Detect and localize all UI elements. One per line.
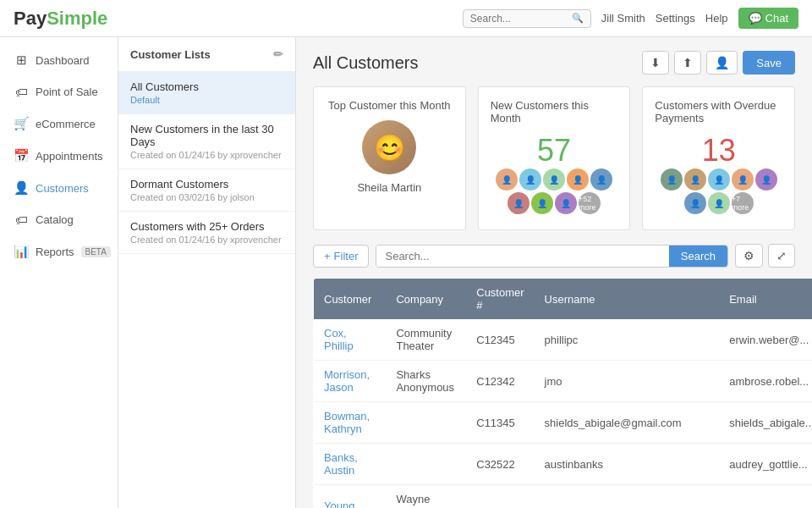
customer-search-input[interactable] — [376, 246, 668, 267]
table-row: Banks, Austin C32522 austinbanks audrey_… — [314, 444, 813, 485]
mini-avatar: 👤 — [708, 192, 730, 214]
company-cell: Sharks Anonymous — [386, 361, 466, 402]
top-customer-name: Sheila Martin — [357, 181, 421, 194]
dashboard-icon: ⊞ — [14, 52, 29, 68]
customer-lists-panel: Customer Lists ✏ All Customers Default N… — [118, 37, 296, 508]
sidebar-item-reports[interactable]: 📊 Reports BETA — [0, 235, 118, 268]
table-header-row: Customer Company Customer # Username Ema… — [314, 279, 813, 320]
lists-panel-title: Customer Lists — [130, 48, 211, 61]
col-company: Company — [386, 279, 466, 320]
overdue-title: Customers with Overdue Payments — [655, 99, 782, 124]
user-add-button[interactable]: 👤 — [706, 51, 738, 75]
list-item-all[interactable]: All Customers Default — [118, 72, 295, 114]
email-cell: audrey_gottlie... — [719, 444, 812, 485]
col-username: Username — [535, 279, 720, 320]
filter-button[interactable]: + Filter — [313, 245, 369, 268]
nav-help[interactable]: Help — [705, 12, 728, 25]
new-customers-number: 57 — [537, 133, 571, 168]
list-name-25plus: Customers with 25+ Orders — [130, 220, 283, 233]
list-name-new30: New Customers in the last 30 Days — [130, 123, 283, 148]
top-customer-title: Top Customer this Month — [328, 99, 451, 112]
stat-card-overdue: Customers with Overdue Payments 13 👤 👤 👤… — [642, 86, 795, 230]
customer-name-cell[interactable]: Banks, Austin — [314, 444, 387, 485]
list-created-dormant: Created on 03/02/16 by jolson — [130, 192, 283, 202]
mini-avatar: 👤 — [543, 168, 565, 190]
list-name-dormant: Dormant Customers — [130, 178, 283, 190]
table-settings-button[interactable]: ⚙ — [735, 244, 763, 268]
reports-badge: BETA — [81, 246, 111, 257]
customer-num-cell: C12342 — [466, 361, 534, 402]
top-customer-avatar: 😊 — [362, 120, 416, 174]
catalog-icon: 🏷 — [14, 213, 29, 227]
customer-name-cell[interactable]: Young, Janet — [314, 485, 387, 509]
new-customers-more: +52 more — [579, 192, 601, 214]
company-cell: Community Theater — [386, 319, 466, 361]
search-icon: 🔍 — [572, 13, 584, 24]
customer-name-cell[interactable]: Morrison, Jason — [314, 361, 387, 402]
lists-panel-header: Customer Lists ✏ — [118, 37, 295, 72]
mini-avatar: 👤 — [590, 168, 612, 190]
username-cell: jacquelyn_homenick@yahoo.com — [535, 485, 720, 509]
company-cell: Wayne Contractors, Inc. — [386, 485, 466, 509]
search-submit-button[interactable]: Search — [669, 246, 727, 267]
filter-label: Filter — [334, 250, 359, 262]
mini-avatar: 👤 — [708, 168, 730, 190]
sidebar-label-catalog: Catalog — [36, 213, 74, 226]
sidebar-label-pos: Point of Sale — [36, 86, 98, 98]
table-row: Bowman, Kathryn C11345 shields_abigale@g… — [314, 402, 813, 444]
username-cell: austinbanks — [535, 444, 720, 485]
list-item-new30[interactable]: New Customers in the last 30 Days Create… — [118, 114, 295, 169]
sidebar-label-appointments: Appointments — [36, 150, 103, 163]
list-item-dormant[interactable]: Dormant Customers Created on 03/02/16 by… — [118, 169, 295, 212]
username-cell: shields_abigale@gmail.com — [535, 402, 720, 444]
sidebar-item-customers[interactable]: 👤 Customers — [0, 172, 118, 204]
sidebar-label-dashboard: Dashboard — [36, 54, 90, 67]
download-button[interactable]: ⬇ — [642, 51, 669, 75]
top-nav-right: 🔍 Jill Smith Settings Help 💬 Chat — [463, 8, 798, 29]
upload-button[interactable]: ⬆ — [674, 51, 701, 75]
customer-num-cell: C11345 — [466, 402, 534, 444]
customers-table: Customer Company Customer # Username Ema… — [313, 278, 812, 508]
search-input[interactable] — [470, 13, 572, 25]
chat-icon: 💬 — [749, 12, 762, 25]
table-expand-button[interactable]: ⤢ — [768, 244, 795, 268]
main-content: All Customers ⬇ ⬆ 👤 Save Top Customer th… — [296, 37, 812, 508]
sidebar-item-ecommerce[interactable]: 🛒 eCommerce — [0, 108, 118, 140]
email-cell: ambrose.robel... — [719, 361, 812, 402]
mini-avatar: 👤 — [684, 192, 706, 214]
customer-name-cell[interactable]: Cox, Phillip — [314, 319, 387, 361]
chat-button[interactable]: 💬 Chat — [738, 8, 798, 29]
mini-avatar: 👤 — [755, 168, 777, 190]
new-customers-title: New Customers this Month — [491, 99, 618, 124]
nav-settings[interactable]: Settings — [656, 12, 695, 25]
sidebar-item-dashboard[interactable]: ⊞ Dashboard — [0, 44, 118, 76]
list-item-25plus[interactable]: Customers with 25+ Orders Created on 01/… — [118, 212, 295, 254]
mini-avatar: 👤 — [684, 168, 706, 190]
sidebar-item-appointments[interactable]: 📅 Appointments — [0, 140, 118, 172]
email-cell: shields_abigale... — [719, 402, 812, 444]
logo-pay: Pay — [14, 8, 47, 29]
mini-avatar: 👤 — [555, 192, 577, 214]
mini-avatar: 👤 — [567, 168, 589, 190]
customer-num-cell: C12312 — [466, 485, 534, 509]
list-created-new30: Created on 01/24/16 by xprovencher — [130, 150, 283, 160]
table-row: Young, Janet Wayne Contractors, Inc. C12… — [314, 485, 813, 509]
list-sub-all: Default — [130, 95, 283, 105]
username-cell: jmo — [535, 361, 720, 402]
sidebar: ⊞ Dashboard 🏷 Point of Sale 🛒 eCommerce … — [0, 37, 118, 508]
global-search[interactable]: 🔍 — [463, 9, 591, 28]
company-cell — [386, 402, 466, 444]
stat-card-new-customers: New Customers this Month 57 👤 👤 👤 👤 👤 👤 … — [478, 86, 631, 230]
stat-card-top-customer: Top Customer this Month 😊 Sheila Martin — [313, 86, 466, 230]
mini-avatar: 👤 — [531, 192, 553, 214]
page-title: All Customers — [313, 53, 418, 73]
edit-icon[interactable]: ✏ — [273, 47, 283, 61]
save-button[interactable]: Save — [743, 51, 795, 75]
customer-search[interactable]: Search — [376, 245, 728, 268]
customer-name-cell[interactable]: Bowman, Kathryn — [314, 402, 387, 444]
page-actions: ⬇ ⬆ 👤 Save — [642, 51, 795, 75]
sidebar-item-pos[interactable]: 🏷 Point of Sale — [0, 76, 118, 108]
ecommerce-icon: 🛒 — [14, 116, 29, 131]
overdue-number: 13 — [702, 133, 736, 168]
sidebar-item-catalog[interactable]: 🏷 Catalog — [0, 204, 118, 235]
